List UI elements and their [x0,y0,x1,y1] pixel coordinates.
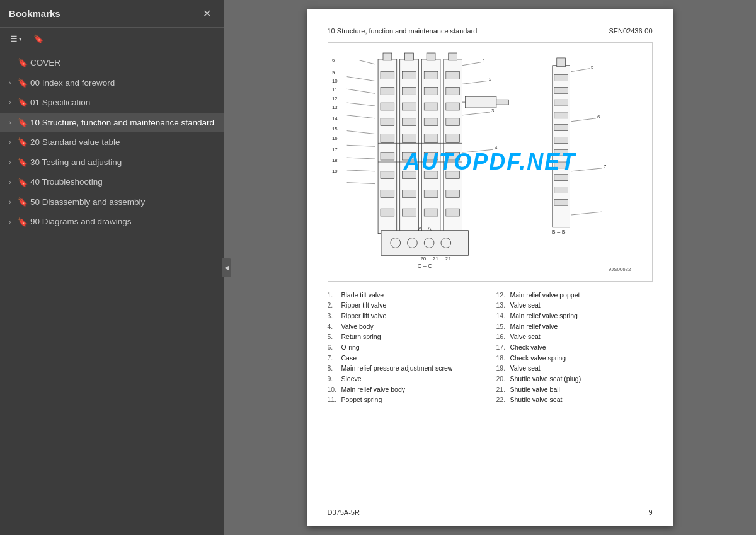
svg-rect-25 [424,118,438,125]
part-label: Main relief valve [510,322,558,331]
sidebar-item-40[interactable]: ›🔖40 Troubleshooting [0,172,224,192]
svg-rect-11 [381,190,394,197]
part-label: Valve seat [510,364,541,373]
svg-text:9JS00632: 9JS00632 [608,266,631,272]
svg-text:18: 18 [331,157,337,163]
svg-line-75 [346,170,374,171]
chevron-icon: › [5,139,15,146]
footer-page-number: 9 [648,509,652,516]
svg-text:11: 11 [331,87,337,93]
part-number: 15. [496,322,508,331]
collapse-handle[interactable]: ◀ [222,258,231,277]
bookmark-icon: 🔖 [18,58,28,67]
part-number: 4. [328,322,339,331]
list-item: 1.Blade tilt valve [328,291,484,300]
svg-rect-33 [445,103,459,110]
svg-line-68 [346,76,374,81]
part-label: Valve body [341,322,374,331]
svg-rect-5 [381,87,394,95]
bookmark-icon: 🔖 [18,98,28,107]
part-number: 18. [496,354,508,363]
sidebar-item-90[interactable]: ›🔖90 Diagrams and drawings [0,212,224,232]
list-item: 22.Shuttle valve seat [496,395,653,405]
part-label: Return spring [341,332,381,342]
list-item: 6.O-ring [328,343,484,352]
part-number: 2. [328,301,339,310]
part-label: Valve seat [510,301,541,310]
svg-rect-15 [402,103,416,110]
sidebar-item-label: 50 Disassembly and assembly [30,197,217,208]
part-number: 8. [328,364,339,373]
svg-text:9: 9 [331,69,335,75]
svg-text:A – A: A – A [418,225,431,231]
svg-rect-4 [381,71,394,79]
svg-rect-0 [378,59,397,233]
svg-rect-46 [465,96,496,108]
sidebar-item-30[interactable]: ›🔖30 Testing and adjusting [0,152,224,173]
svg-rect-22 [424,71,438,79]
sidebar-item-label: 90 Diagrams and drawings [30,216,217,227]
close-button[interactable]: ✕ [199,6,215,21]
sidebar-item-10[interactable]: ›🔖10 Structure, function and maintenance… [0,113,224,133]
svg-text:7: 7 [603,163,605,169]
sidebar-item-50[interactable]: ›🔖50 Disassembly and assembly [0,192,224,212]
svg-rect-63 [554,174,568,180]
sidebar-item-label: 30 Testing and adjusting [30,157,217,168]
list-view-button[interactable]: ☰ ▾ [6,32,26,46]
part-label: Poppet spring [341,395,382,405]
sidebar-item-00[interactable]: ›🔖00 Index and foreword [0,73,224,93]
list-item: 19.Valve seat [496,364,653,373]
svg-line-70 [346,103,374,106]
svg-rect-24 [424,103,438,110]
list-item: 21.Shuttle valve ball [496,385,653,394]
list-item: 13.Valve seat [496,301,653,310]
svg-line-67 [359,60,375,64]
svg-rect-12 [381,209,394,216]
svg-text:19: 19 [331,168,337,173]
sidebar-item-cover[interactable]: 🔖COVER [0,53,224,73]
chevron-icon: › [5,198,15,205]
list-item: 20.Shuttle valve seat (plug) [496,374,653,384]
svg-rect-49 [381,230,468,255]
bookmark-icon: 🔖 [18,197,28,207]
svg-text:C – C: C – C [417,263,432,269]
svg-text:6: 6 [331,57,335,62]
svg-line-84 [571,212,602,215]
sidebar-item-20[interactable]: ›🔖20 Standard value table [0,132,224,152]
part-label: Ripper tilt valve [341,301,387,310]
parts-col-right: 12.Main relief valve poppet13.Valve seat… [496,291,653,405]
svg-text:14: 14 [331,115,337,121]
svg-rect-47 [496,100,508,105]
svg-line-69 [346,89,374,93]
list-item: 2.Ripper tilt valve [328,301,484,310]
list-item: 15.Main relief valve [496,322,653,331]
sidebar-item-01[interactable]: ›🔖01 Specification [0,93,224,113]
svg-rect-2 [421,59,440,233]
part-number: 5. [328,332,339,342]
part-number: 11. [328,395,339,405]
sidebar-item-label: COVER [30,57,217,69]
diagram-area: AUTOPDF.NET [328,42,653,282]
svg-rect-42 [427,53,435,60]
bookmark-icon: 🔖 [33,34,43,43]
list-item: 17.Check valve [496,343,653,352]
part-number: 12. [496,291,508,300]
svg-text:20: 20 [420,256,426,262]
list-item: 3.Ripper lift valve [328,311,484,321]
part-label: Case [341,354,357,363]
page-footer: D375A-5R 9 [328,509,653,516]
bookmark-add-button[interactable]: 🔖 [30,32,47,46]
svg-rect-40 [382,53,391,60]
list-item: 12.Main relief valve poppet [496,291,653,300]
svg-rect-34 [445,118,459,125]
svg-line-79 [462,112,490,115]
part-label: Sleeve [341,374,362,384]
bookmark-icon: 🔖 [18,158,28,167]
part-label: Blade tilt valve [341,291,384,300]
svg-text:21: 21 [433,256,438,262]
chevron-icon: › [5,99,15,106]
page-header-code: SEN02436-00 [609,27,652,35]
part-number: 19. [496,364,508,373]
part-label: Shuttle valve seat (plug) [510,374,581,384]
sidebar-item-label: 01 Specification [30,97,217,108]
